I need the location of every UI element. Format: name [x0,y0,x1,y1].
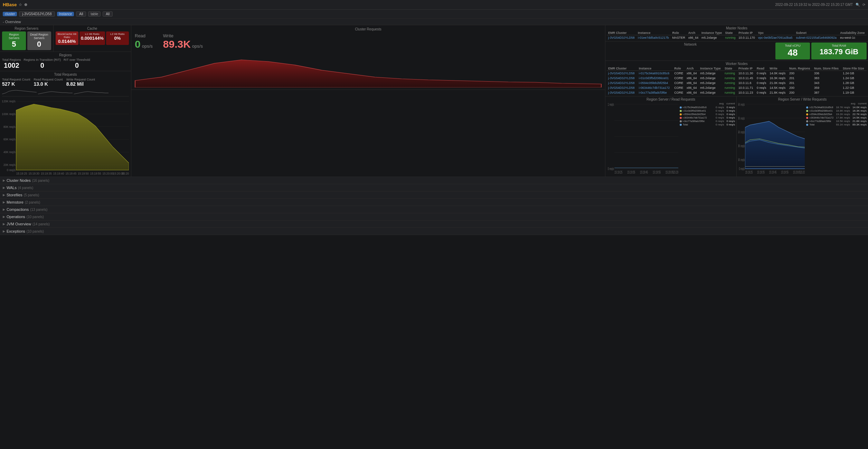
legend-current: 0 req/s [727,116,735,119]
svg-text:15:19:25: 15:19:25 [745,170,753,175]
td-write: 16.3K req/s [768,76,788,81]
table-all-dropdown[interactable]: All [103,11,113,17]
collapsible-row[interactable]: ▶ JVM Overview (14 panels) [0,221,868,228]
vcpu-label: Total vCPU [780,44,806,47]
write-req-chart-title: Region Server / Write Requests [738,97,867,101]
td-arch: x86_64 [687,35,700,40]
cache-cards: BlockCache Hit Ratio 0.0144% L1 Hit Rati… [56,31,129,45]
master-nodes-header-row: EMR Cluster Instance Role Arch Instance … [607,31,867,35]
td-private-ip: 10.0.11.71 [737,85,755,90]
collapsible-count: (14 panels) [32,222,50,226]
svg-text:0 req/s: 0 req/s [739,167,745,171]
td-state: running [723,76,737,81]
td-instance[interactable]: i-01c0d3f5d2086ce01 [638,76,673,81]
rs-cards: Region Servers 5 Dead Region Servers 0 [2,31,51,50]
share-icon[interactable]: ⊕ [24,2,27,7]
th-emr-cluster: EMR Cluster [607,31,636,35]
legend-avg: 19.2K req/s [836,113,850,116]
star-icon[interactable]: ☆ [19,2,22,7]
region-cache-row: Region Servers Region Servers 5 Dead Reg… [0,25,131,52]
collapsible-count: (4 panels) [18,186,33,190]
legend-item: i-0cc77a38fadcf3f6e 0 req/s 0 req/s [680,120,735,123]
svg-marker-25 [135,60,602,87]
collapsible-row[interactable]: ▶ Operations (10 panels) [0,213,868,221]
td-instance[interactable]: i-063446c7db731a172 [638,85,673,90]
td-instance[interactable]: i-0175c94a6910c85c6 [638,71,673,76]
legend-avg: 0 req/s [716,106,724,109]
collapsible-label: JVM Overview [7,222,31,226]
read-legend-header: avgcurrent [680,102,735,105]
td-role: CORE [673,85,685,90]
collapsible-count: (10 panels) [27,230,44,233]
legend-item: i-0cc77a38fadcf3f6e 18.5K req/s 21.8K re… [806,120,867,123]
topbar: HBase ☆ ⊕ 2022-09-22 15:19:32 to 2022-09… [0,0,868,10]
region-servers-card: Region Servers 5 [2,31,26,50]
legend-current: 0 req/s [727,123,735,126]
chevron-icon: ▶ [3,193,5,197]
total-req-svg: 120K req/s 100K req/s 80K req/s 60K req/… [2,98,129,175]
td-instance-type: m5.2xlarge [700,35,724,40]
td-instance[interactable]: i-0594c05feb2bf25b4 [638,81,673,85]
write-req-chart-section: Region Server / Write Requests [737,96,868,177]
network-title: Network [607,43,774,46]
wth-num-regions: Num. Regions [788,66,813,71]
l2-label: L2 Hit Ratio [107,32,128,36]
secondbar: cluster j-3VG54D3JYLD58 Instance All tab… [0,10,868,19]
svg-text:0 req/s: 0 req/s [608,167,614,171]
zoom-icon[interactable]: 🔍 [856,3,860,7]
master-nodes-title: Master Nodes [607,26,867,30]
legend-avg: 0 req/s [716,113,724,116]
cluster-tag[interactable]: cluster [3,12,17,16]
legend-item: i-0594c05feb2bf25b4 19.2K req/s 22.7K re… [806,113,867,116]
collapsible-row[interactable]: ▶ Memstore (2 panels) [0,199,868,206]
collapsible-row[interactable]: ▶ Cluster Nodes (16 panels) [0,177,868,184]
write-req-label: Write Request Count [66,78,95,81]
rit-stat: Regions In Transition (RIT) 0 [24,58,61,69]
td-store-file-size: 1.28 GB [841,81,867,85]
total-req-value: 527 K [2,81,30,87]
legend-item: i-01c0d3f5d2086ce01 18.8K req/s 16.3K re… [806,109,867,112]
td-write: 14.5K req/s [768,85,788,90]
td-num-regions: 201 [788,76,813,81]
th-arch: Arch [687,31,700,35]
write-req-value: 8.82 Mil [66,81,95,87]
th-private-ip: Private IP [737,31,757,35]
dead-rs-card: Dead Region Servers 0 [27,31,51,50]
td-state: running [723,71,737,76]
ram-label: Total RAM [815,44,862,47]
td-emr: j-3VG54D3JYLD58 [607,76,638,81]
refresh-icon[interactable]: ⟳ [862,3,865,7]
th-instance: Instance [636,31,671,35]
l1-label: L1 Hit Ratio [81,32,104,36]
collapsible-row[interactable]: ▶ Exceptions (10 panels) [0,228,868,235]
td-instance[interactable]: i-0cc77a38fadcf3f6e [638,90,673,95]
svg-text:50K req/s: 50K req/s [738,144,745,148]
regions-stats: Total Regions 1002 Regions In Transition… [2,58,129,69]
legend-id: Total [683,123,688,126]
collapsible-count: (5 panels) [24,193,39,197]
td-num-regions: 200 [788,71,813,76]
collapsible-row[interactable]: ▶ Compactions (13 panels) [0,206,868,213]
table-tag: table [88,11,101,17]
instance-all-dropdown[interactable]: All [76,11,86,17]
chevron-icon: ▶ [3,230,5,233]
svg-text:15:19:45: 15:19:45 [640,170,648,174]
td-role: CORE [673,90,685,95]
svg-text:15:20:05: 15:20:05 [793,170,801,175]
svg-text:15:19:40: 15:19:40 [53,172,64,175]
td-instance[interactable]: i-01ee7dd5a9c51217b [636,35,671,40]
collapsible-row[interactable]: ▶ WALs (4 panels) [0,184,868,191]
wth-private-ip: Private IP [737,66,755,71]
chevron-icon: ▶ [3,215,5,218]
svg-text:15:19:45: 15:19:45 [769,170,777,175]
write-legend-header: avgcurrent [806,102,867,105]
app-logo: HBase [3,2,17,7]
td-read: 0 req/s [755,76,768,81]
collapsible-label: Operations [7,215,25,219]
svg-text:20K req/s: 20K req/s [3,163,16,167]
legend-avg: 0 req/s [716,109,724,112]
collapsible-row[interactable]: ▶ Storefiles (5 panels) [0,191,868,199]
worker-nodes-thead: EMR Cluster Instance Role Arch Instance … [607,66,867,71]
svg-text:15:19:35: 15:19:35 [757,170,765,175]
instance-dropdown[interactable]: j-3VG54D3JYLD58 [19,11,55,17]
